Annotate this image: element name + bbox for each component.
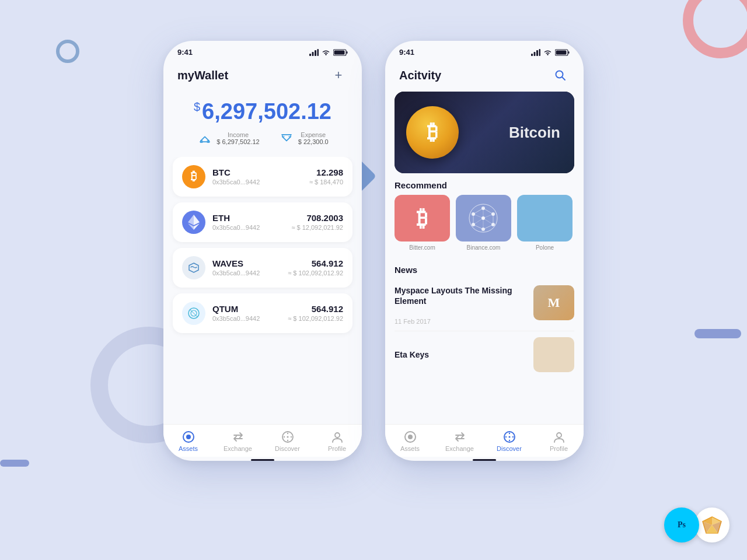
signal-icon-2 xyxy=(531,49,540,56)
svg-text:M: M xyxy=(548,295,560,310)
nav2-discover[interactable]: Discover xyxy=(484,430,534,452)
nav-profile[interactable]: Profile xyxy=(312,430,362,452)
nav2-profile[interactable]: Profile xyxy=(534,430,584,452)
bitcoin-banner: ₿ Bitcoin xyxy=(395,92,574,173)
balance-display: $6,297,502.12 xyxy=(177,100,348,124)
btc-usd: ≈ $ 184,470 xyxy=(309,178,343,186)
wifi-icon-2 xyxy=(543,49,552,56)
nav2-exchange[interactable]: Exchange xyxy=(435,430,484,452)
svg-point-61 xyxy=(512,436,513,438)
income-amount: $ 6,297,502.12 xyxy=(217,138,259,145)
search-button[interactable] xyxy=(551,66,570,85)
nav-assets[interactable]: Assets xyxy=(163,430,213,452)
nav2-assets[interactable]: Assets xyxy=(385,430,435,452)
svg-rect-1 xyxy=(312,52,314,56)
news-item-1[interactable]: Myspace Layouts The Missing Element 11 F… xyxy=(395,279,574,331)
profile-icon-2 xyxy=(553,430,566,443)
svg-point-24 xyxy=(335,433,340,438)
income-text-group: Income $ 6,297,502.12 xyxy=(217,131,259,145)
expense-item: Expense $ 22,300.0 xyxy=(278,131,329,145)
btc-amount: 12.298 xyxy=(309,167,343,177)
asset-card-qtum[interactable]: QTUM 0x3b5ca0...9442 564.912 ≈ $ 102,092… xyxy=(173,293,352,333)
activity-title: Acitvity xyxy=(399,69,441,82)
nav-exchange[interactable]: Exchange xyxy=(213,430,263,452)
svg-point-20 xyxy=(287,433,288,434)
status-time-wallet: 9:41 xyxy=(177,48,193,57)
eth-icon xyxy=(182,211,205,234)
news-section: Myspace Layouts The Missing Element 11 F… xyxy=(385,279,584,378)
qtum-usd: ≈ $ 102,092,012.92 xyxy=(288,315,343,322)
waves-amount: 564.912 xyxy=(288,258,343,268)
svg-line-48 xyxy=(483,214,493,218)
add-button[interactable]: + xyxy=(329,66,348,85)
nav2-discover-label: Discover xyxy=(497,445,522,452)
activity-header: Acitvity xyxy=(385,60,584,92)
binance-network-icon xyxy=(467,202,500,235)
waves-address: 0x3b5ca0...9442 xyxy=(212,270,281,276)
eth-amount: 708.2003 xyxy=(291,213,343,223)
svg-rect-30 xyxy=(568,51,570,54)
svg-point-21 xyxy=(287,440,288,441)
recommend-card-bitter[interactable]: ₿ Bitter.com xyxy=(395,195,450,251)
qtum-name: QTUM xyxy=(212,304,281,314)
expense-icon xyxy=(278,132,295,144)
activity-scroll: Recommend ₿ Bitter.com xyxy=(385,173,584,424)
eth-address: 0x3b5ca0...9442 xyxy=(212,224,284,231)
waves-usd: ≈ $ 102,092,012.92 xyxy=(288,270,343,276)
qtum-values: 564.912 ≈ $ 102,092,012.92 xyxy=(288,304,343,322)
dollar-sign: $ xyxy=(194,100,200,113)
eth-info: ETH 0x3b5ca0...9442 xyxy=(212,213,284,231)
phone-activity: 9:41 xyxy=(385,41,584,461)
photoshop-icon: Ps xyxy=(664,508,699,542)
svg-point-19 xyxy=(287,436,288,438)
asset-card-eth[interactable]: ETH 0x3b5ca0...9442 708.2003 ≈ $ 12,092,… xyxy=(173,202,352,242)
news-item-2[interactable]: Eta Keys xyxy=(395,331,574,378)
income-expense-row: Income $ 6,297,502.12 Expens xyxy=(177,131,348,145)
discover-icon xyxy=(281,430,294,443)
income-icon xyxy=(197,132,213,144)
nav2-exchange-label: Exchange xyxy=(445,445,474,452)
status-icons-wallet xyxy=(309,49,348,56)
svg-rect-25 xyxy=(531,54,533,56)
expense-label: Expense xyxy=(298,131,329,138)
bitcoin-label: Bitcoin xyxy=(509,124,560,142)
nav-assets-label: Assets xyxy=(179,445,198,452)
svg-point-60 xyxy=(505,436,506,438)
asset-card-waves[interactable]: WAVES 0x3b5ca0...9442 564.912 ≈ $ 102,09… xyxy=(173,248,352,288)
nav-exchange-label: Exchange xyxy=(224,445,252,452)
btc-name: BTC xyxy=(212,167,302,177)
bottom-nav-wallet: Assets Exchange xyxy=(163,424,362,457)
profile-icon xyxy=(331,430,344,443)
bitcoin-bg: ₿ Bitcoin xyxy=(395,92,574,173)
income-item: Income $ 6,297,502.12 xyxy=(197,131,259,145)
news-1-date: 11 Feb 2017 xyxy=(395,318,526,325)
asset-card-btc[interactable]: ₿ BTC 0x3b5ca0...9442 12.298 ≈ $ 184,470 xyxy=(173,157,352,197)
nav-discover[interactable]: Discover xyxy=(263,430,312,452)
nav2-assets-label: Assets xyxy=(400,445,420,452)
svg-rect-26 xyxy=(534,52,536,56)
recommend-title: Recommend xyxy=(385,173,584,195)
svg-marker-10 xyxy=(194,215,200,225)
binance-label: Binance.com xyxy=(456,244,511,251)
exchange-icon-2 xyxy=(453,430,466,443)
discover-icon-2 xyxy=(503,430,516,443)
assets-icon-2 xyxy=(404,430,417,443)
waves-icon xyxy=(182,256,205,279)
svg-point-23 xyxy=(290,436,291,438)
svg-point-59 xyxy=(508,440,509,441)
svg-marker-9 xyxy=(188,215,194,225)
recommend-card-polone[interactable]: Polone xyxy=(517,195,573,251)
news-2-content: Eta Keys xyxy=(395,350,526,359)
bottom-nav-activity: Assets Exchange xyxy=(385,424,584,457)
wallet-title: myWallet xyxy=(177,69,228,82)
svg-point-62 xyxy=(557,433,561,438)
phone-wallet: 9:41 xyxy=(163,41,362,461)
news-2-thumbnail xyxy=(533,337,574,372)
recommend-card-binance[interactable]: Binance.com xyxy=(456,195,511,251)
svg-rect-5 xyxy=(347,51,348,54)
qtum-amount: 564.912 xyxy=(288,304,343,314)
qtum-address: 0x3b5ca0...9442 xyxy=(212,315,281,322)
svg-point-17 xyxy=(186,435,191,439)
svg-line-44 xyxy=(473,225,483,229)
nav-profile-label: Profile xyxy=(328,445,346,452)
